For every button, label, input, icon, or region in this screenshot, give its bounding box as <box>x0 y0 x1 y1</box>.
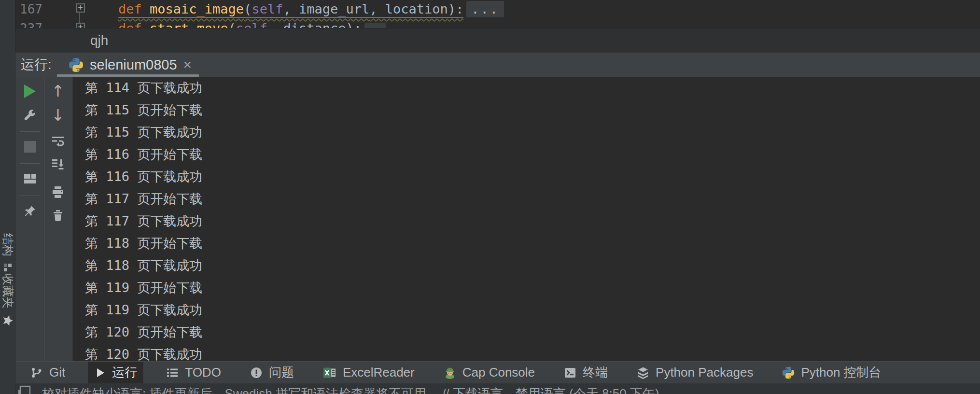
run-tab-label: selenium0805 <box>90 57 177 73</box>
console-line: 第 118 页开始下载 <box>85 232 202 254</box>
window-title: qjh <box>90 28 108 53</box>
console-output[interactable]: 第 114 页下载成功第 115 页开始下载第 115 页下载成功第 116 页… <box>85 77 202 366</box>
run-panel-header: 运行: selenium0805 × <box>15 53 980 77</box>
console-line: 第 117 页下载成功 <box>85 210 202 232</box>
sidebar-item-favorites[interactable]: 收藏夹 <box>0 274 15 327</box>
toolwindow-button-label: Python Packages <box>656 365 753 380</box>
sidebar-item-structure[interactable]: 结构 <box>0 233 15 273</box>
toolwindow-button-label: 终端 <box>583 364 608 381</box>
toolwindow-button-问题[interactable]: 问题 <box>244 362 300 383</box>
run-console: ↑ ↓ 第 114 页下载成功第 115 页开始下载第 115 页下载成功第 1… <box>15 77 980 361</box>
tool-window-bar: Git运行TODO问题ExcelReaderCap Console终端Pytho… <box>15 361 980 383</box>
run-tab-selenium0805[interactable]: selenium0805 × <box>64 53 196 77</box>
folded-region[interactable] <box>364 23 386 28</box>
console-line: 第 115 页下载成功 <box>85 121 202 143</box>
notification-separator: // <box>442 386 449 394</box>
toolwindow-button-label: Git <box>49 365 65 380</box>
function-signature: def start_move(self, distance): <box>118 21 362 28</box>
toolwindow-button-运行[interactable]: 运行 <box>88 362 143 383</box>
problems-icon <box>250 366 263 379</box>
star-icon <box>1 314 14 327</box>
close-icon[interactable]: × <box>183 57 192 72</box>
toolbar-separator <box>20 196 40 196</box>
python-icon <box>782 366 795 379</box>
structure-label: 结构 <box>0 233 15 256</box>
function-signature: def mosaic_image(self, image_url, locati… <box>118 1 463 18</box>
todo-icon <box>166 366 179 379</box>
event-log-icon[interactable] <box>18 385 31 394</box>
toolwindow-button-excelreader[interactable]: ExcelReader <box>317 362 421 383</box>
play-icon <box>94 367 106 379</box>
console-line: 第 118 页下载成功 <box>85 254 202 277</box>
toolwindow-button-python-控制台[interactable]: Python 控制台 <box>776 362 887 383</box>
structure-icon <box>2 262 13 273</box>
notification-time: (今天 8:50 下午) <box>569 386 659 394</box>
play-icon <box>24 84 36 98</box>
toolwindow-button-label: 运行 <box>112 364 137 381</box>
toolbar-divider <box>44 77 45 361</box>
window-title-band: qjh <box>15 28 980 53</box>
console-line: 第 114 页下载成功 <box>85 77 202 99</box>
scroll-to-end-button[interactable] <box>50 156 66 172</box>
console-line: 第 119 页开始下载 <box>85 277 202 299</box>
scroll-down-button[interactable]: ↓ <box>50 107 66 123</box>
restore-layout-button[interactable] <box>22 170 38 187</box>
toolwindow-button-python-packages[interactable]: Python Packages <box>630 362 759 383</box>
notification-text[interactable]: 校对插件缺少语言: 插件更新后，Swedish 拼写和语法检查器将不可用。 //… <box>42 384 659 394</box>
line-number: 237 <box>17 20 42 28</box>
toolbar-separator <box>20 163 40 164</box>
toolwindow-button-label: TODO <box>185 365 221 380</box>
print-button[interactable] <box>50 184 66 200</box>
packages-icon <box>637 366 649 379</box>
line-number: 167 <box>17 1 42 17</box>
terminal-icon <box>564 366 576 379</box>
left-tool-stripe: 结构 收藏夹 <box>0 0 15 394</box>
notification-actions[interactable]: 下载语言，禁用语言 <box>453 386 566 394</box>
fold-expand-icon[interactable]: + <box>76 3 85 13</box>
arrow-down-icon: ↓ <box>51 107 65 123</box>
toolbar-separator <box>20 131 40 132</box>
toolwindow-button-label: ExcelReader <box>343 365 415 380</box>
toolwindow-button-label: 问题 <box>269 364 294 381</box>
notification-message: 校对插件缺少语言: 插件更新后，Swedish 拼写和语法检查器将不可用。 <box>42 386 439 394</box>
stop-icon <box>24 141 36 153</box>
soft-wrap-button[interactable] <box>50 133 66 149</box>
cap-icon <box>444 366 456 379</box>
rerun-button[interactable] <box>22 83 38 99</box>
console-line: 第 115 页开始下载 <box>85 99 202 121</box>
code-line[interactable]: def mosaic_image(self, image_url, locati… <box>118 1 504 17</box>
python-icon <box>69 57 84 72</box>
console-line: 第 117 页开始下载 <box>85 188 202 210</box>
folded-region[interactable]: ... <box>466 1 504 17</box>
arrow-up-icon: ↑ <box>51 83 65 99</box>
console-line: 第 119 页下载成功 <box>85 299 202 321</box>
console-line: 第 116 页下载成功 <box>85 166 202 188</box>
console-line: 第 116 页开始下载 <box>85 143 202 166</box>
console-line: 第 120 页开始下载 <box>85 321 202 343</box>
pin-button[interactable] <box>22 203 38 219</box>
toolwindow-button-cap-console[interactable]: Cap Console <box>437 362 541 383</box>
code-line[interactable]: def start_move(self, distance): <box>118 20 386 28</box>
notification-line: 校对插件缺少语言: 插件更新后，Swedish 拼写和语法检查器将不可用。 //… <box>15 383 980 394</box>
git-icon <box>30 366 43 379</box>
excel-icon <box>323 366 336 379</box>
scroll-up-button[interactable]: ↑ <box>50 83 66 99</box>
toolwindow-button-git[interactable]: Git <box>24 362 71 383</box>
toolwindow-button-终端[interactable]: 终端 <box>558 362 614 383</box>
toolwindow-button-todo[interactable]: TODO <box>160 362 227 383</box>
console-toolbar: ↑ ↓ <box>15 77 73 361</box>
wrench-icon[interactable] <box>22 108 38 124</box>
fold-expand-icon[interactable]: + <box>76 23 85 28</box>
toolwindow-button-label: Python 控制台 <box>801 364 881 381</box>
favorites-label: 收藏夹 <box>0 274 15 309</box>
toolwindow-button-label: Cap Console <box>462 365 535 380</box>
run-panel-label: 运行: <box>21 53 52 77</box>
trash-button[interactable] <box>50 208 66 224</box>
stop-button[interactable] <box>22 139 38 155</box>
editor-pane[interactable]: 167+237+ def mosaic_image(self, image_ur… <box>15 0 980 28</box>
